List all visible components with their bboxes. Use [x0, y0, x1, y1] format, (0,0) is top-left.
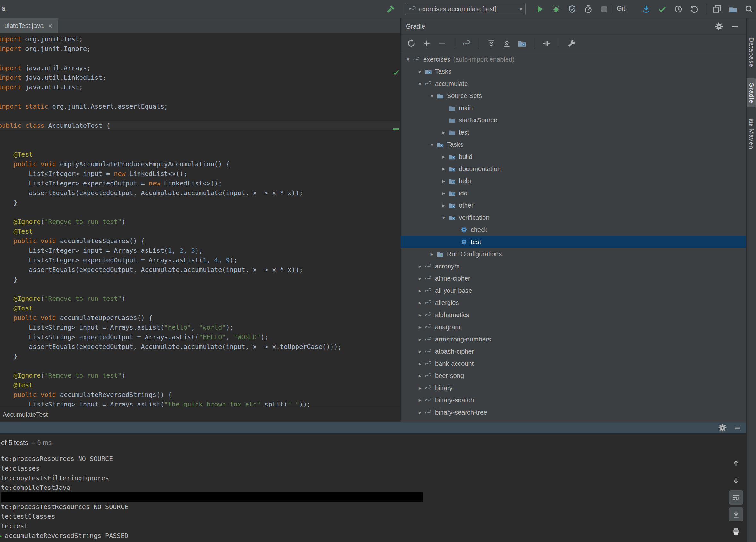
gear-icon[interactable] [713, 21, 725, 32]
console-line[interactable]: te:test [0, 521, 728, 531]
gradle-tree-item-test[interactable]: ▸test [401, 126, 746, 138]
gradle-icon[interactable] [461, 38, 472, 48]
chevron-collapsed-icon[interactable]: ▸ [415, 372, 425, 379]
search-icon[interactable] [743, 4, 755, 15]
gradle-tree-item-main[interactable]: main [401, 102, 746, 114]
close-icon[interactable] [47, 23, 53, 29]
code-line[interactable]: import org.junit.Ignore; [0, 44, 400, 54]
code-line[interactable]: import java.util.LinkedList; [0, 73, 400, 82]
chevron-collapsed-icon[interactable]: ▸ [415, 68, 425, 75]
gear-icon[interactable] [717, 422, 727, 433]
code-line[interactable]: import org.junit.Test; [0, 34, 400, 44]
code-line[interactable]: } [0, 351, 400, 361]
refresh-icon[interactable] [406, 38, 416, 48]
code-line[interactable] [0, 92, 400, 102]
code-line[interactable]: public void accumulateUpperCases() { [0, 313, 400, 322]
code-line[interactable] [0, 140, 400, 150]
console-line[interactable]: te:copyTestsFilteringIgnores [0, 473, 728, 483]
code-line[interactable] [0, 207, 400, 217]
code-line[interactable]: @Test [0, 380, 400, 390]
breadcrumb[interactable]: AccumulateTest [0, 407, 400, 421]
breadcrumb-class[interactable]: AccumulateTest [3, 411, 48, 418]
code-line[interactable]: List<Integer> expectedOutput = new Linke… [0, 179, 400, 188]
chevron-collapsed-icon[interactable]: ▸ [439, 129, 449, 136]
windows-icon[interactable] [711, 4, 723, 15]
code-line[interactable]: @Test [0, 303, 400, 313]
inspections-ok-icon[interactable] [392, 69, 399, 76]
code-line[interactable]: List<Integer> input = Arrays.asList(1, 2… [0, 246, 400, 255]
chevron-expanded-icon[interactable]: ▾ [427, 93, 437, 99]
code-line[interactable]: public void emptyAccumulateProducesEmpty… [0, 159, 400, 169]
code-line[interactable]: public class AccumulateTest { [0, 121, 400, 130]
code-line[interactable]: assertEquals(expectedOutput, Accumulate.… [0, 342, 400, 351]
console-test-passed-line[interactable]: ▸accumulateReversedStrings PASSED [0, 531, 728, 540]
gradle-tree-item-check[interactable]: check [401, 224, 746, 236]
gradle-tree-item-bank-account[interactable]: ▸bank-account [401, 357, 746, 370]
chevron-collapsed-icon[interactable]: ▸ [415, 324, 425, 330]
chevron-collapsed-icon[interactable]: ▸ [439, 154, 449, 160]
gradle-tree-item-ide[interactable]: ▸ide [401, 187, 746, 199]
chevron-collapsed-icon[interactable]: ▸ [439, 190, 449, 197]
run-console[interactable]: te:processResources NO-SOURCEte:classest… [0, 452, 728, 542]
code-line[interactable] [0, 284, 400, 294]
folder-icon[interactable] [727, 4, 739, 15]
code-line[interactable]: import java.util.List; [0, 82, 400, 92]
print-icon[interactable] [729, 524, 743, 538]
run-configuration-select[interactable]: exercises:accumulate [test] ▾ [405, 3, 526, 15]
gradle-tree-item-startersource[interactable]: starterSource [401, 114, 746, 126]
profiler-icon[interactable] [583, 4, 594, 15]
console-line[interactable]: te:processResources NO-SOURCE [0, 454, 728, 463]
wrench-icon[interactable] [566, 38, 576, 48]
gradle-tree-item-accumulate[interactable]: ▾accumulate [401, 78, 746, 90]
commit-icon[interactable] [657, 4, 668, 15]
console-line[interactable]: te:compileTestJava [0, 483, 728, 492]
code-line[interactable]: @Ignore("Remove to run test") [0, 217, 400, 227]
gradle-tree-item-build[interactable]: ▸build [401, 151, 746, 163]
minimize-icon[interactable] [729, 21, 741, 32]
code-line[interactable]: } [0, 274, 400, 284]
tool-tab-maven[interactable]: mMaven [747, 114, 756, 153]
tab-accumulatetest-java[interactable]: ulateTest.java [0, 18, 58, 33]
gradle-tree-item-other[interactable]: ▸other [401, 199, 746, 212]
coverage-icon[interactable] [567, 4, 578, 15]
code-line[interactable]: public void accumulatesSquares() { [0, 236, 400, 246]
run-icon[interactable] [534, 4, 546, 15]
chevron-collapsed-icon[interactable]: ▸ [439, 202, 449, 209]
code-line[interactable]: } [0, 198, 400, 207]
code-line[interactable]: List<String> input = Arrays.asList("hell… [0, 322, 400, 332]
minimize-icon[interactable] [732, 422, 743, 433]
gradle-tree-item-affine-cipher[interactable]: ▸affine-cipher [401, 272, 746, 284]
gradle-tree-item-all-your-base[interactable]: ▸all-your-base [401, 284, 746, 296]
debug-icon[interactable] [550, 4, 562, 15]
build-hammer-icon[interactable] [385, 4, 396, 15]
gradle-tree-item-armstrong-numbers[interactable]: ▸armstrong-numbers [401, 333, 746, 345]
scroll-end-icon[interactable] [729, 507, 743, 521]
chevron-expanded-icon[interactable]: ▾ [415, 80, 425, 87]
gradle-tree-item-exercises[interactable]: ▾exercises(auto-import enabled) [401, 53, 746, 65]
code-area[interactable]: import org.junit.Test;import org.junit.I… [0, 34, 400, 407]
chevron-collapsed-icon[interactable]: ▸ [415, 312, 425, 318]
chevron-expanded-icon[interactable]: ▾ [403, 56, 413, 63]
chevron-collapsed-icon[interactable]: ▸ [415, 336, 425, 343]
console-line[interactable]: te:processTestResources NO-SOURCE [0, 502, 728, 512]
up-icon[interactable] [729, 456, 743, 471]
code-line[interactable] [0, 361, 400, 371]
code-editor[interactable]: import org.junit.Test;import org.junit.I… [0, 34, 400, 407]
collapse-all-icon[interactable] [501, 38, 512, 48]
tool-tab-gradle[interactable]: Gradle [747, 79, 756, 107]
chevron-collapsed-icon[interactable]: ▸ [415, 299, 425, 306]
stop-icon[interactable] [599, 4, 610, 15]
code-line[interactable] [0, 54, 400, 63]
code-line[interactable]: assertEquals(expectedOutput, Accumulate.… [0, 265, 400, 274]
code-line[interactable] [0, 111, 400, 121]
chevron-collapsed-icon[interactable]: ▸ [415, 397, 425, 404]
code-line[interactable]: assertEquals(expectedOutput, Accumulate.… [0, 188, 400, 198]
gradle-tree-item-source-sets[interactable]: ▾Source Sets [401, 90, 746, 102]
code-line[interactable]: @Ignore("Remove to run test") [0, 294, 400, 303]
chevron-collapsed-icon[interactable]: ▸ [439, 166, 449, 172]
chevron-collapsed-icon[interactable]: ▸ [415, 385, 425, 391]
gradle-tree-item-help[interactable]: ▸help [401, 175, 746, 187]
gradle-tree-item-binary-search[interactable]: ▸binary-search [401, 394, 746, 406]
rollback-icon[interactable] [689, 4, 700, 15]
gradle-tree-item-tasks[interactable]: ▾Tasks [401, 138, 746, 151]
